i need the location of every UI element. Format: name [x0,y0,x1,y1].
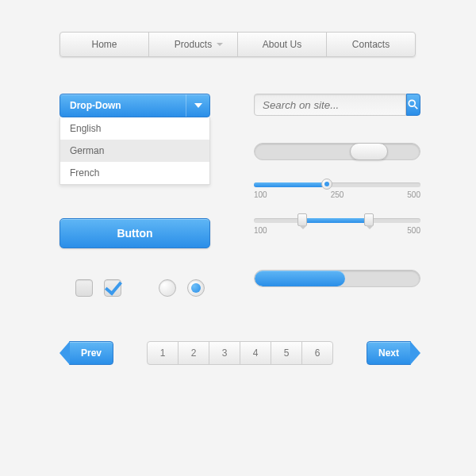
slider-labels: 100 500 [254,226,420,235]
dropdown-button[interactable]: Drop-Down [60,94,210,117]
slider-labels: 100 250 500 [254,190,420,199]
page-number[interactable]: 6 [301,341,333,365]
slider-fill [254,182,324,187]
page-number[interactable]: 2 [178,341,209,365]
radio-checked[interactable] [187,279,205,297]
top-nav: Home Products About Us Contacts [60,32,416,57]
slider-range-fill [301,218,367,223]
search-icon [408,99,419,110]
next-label: Next [378,347,399,359]
slider-range: 100 500 [254,218,420,235]
page-number[interactable]: 5 [271,341,302,365]
chevron-down-icon [217,43,223,46]
page-number[interactable]: 3 [209,341,240,365]
radio-unchecked[interactable] [159,279,176,297]
checkbox-group [75,279,121,297]
page-number[interactable]: 4 [240,341,271,365]
slider-max: 500 [407,190,420,199]
slider-track[interactable] [254,182,420,187]
nav-item-products[interactable]: Products [148,32,238,57]
slider-min: 100 [254,226,267,235]
slider-mid: 250 [331,190,344,199]
slider-max: 500 [407,226,420,235]
dropdown-option[interactable]: English [60,117,209,140]
dropdown-option[interactable]: German [60,140,209,162]
nav-item-home[interactable]: Home [60,32,149,57]
nav-label: Products [175,39,212,50]
nav-label: Contacts [352,39,390,50]
prev-button[interactable]: Prev [69,341,113,365]
primary-button[interactable]: Button [60,218,210,248]
button-label: Button [117,227,152,240]
slider-knob[interactable] [321,178,332,190]
pagination: Prev 1 2 3 4 5 6 Next [60,341,420,365]
slider-single: 100 250 500 [254,182,420,199]
dropdown: Drop-Down English German French [60,94,210,185]
next-button[interactable]: Next [367,341,411,365]
svg-line-1 [415,106,418,109]
slider-min: 100 [254,190,267,199]
dropdown-option[interactable]: French [60,162,209,184]
toggle-knob[interactable] [350,143,388,160]
dropdown-label: Drop-Down [70,100,121,111]
nav-label: About Us [263,39,301,50]
search-box [254,94,420,116]
search-input[interactable] [254,94,406,116]
page-list: 1 2 3 4 5 6 [147,341,333,365]
checkbox-unchecked[interactable] [75,279,93,297]
nav-item-contacts[interactable]: Contacts [326,32,416,57]
search-button[interactable] [406,94,420,116]
progress-fill [255,271,345,286]
nav-label: Home [91,39,117,50]
progress-bar [254,270,420,287]
toggle-switch[interactable] [254,143,420,160]
slider-knob-from[interactable] [298,213,307,226]
nav-item-about[interactable]: About Us [237,32,327,57]
dropdown-list: English German French [60,117,210,185]
slider-track[interactable] [254,218,420,223]
slider-knob-to[interactable] [364,213,374,226]
checkbox-checked[interactable] [104,279,121,297]
radio-group [159,279,205,297]
chevron-down-icon [186,94,209,117]
prev-label: Prev [81,347,102,359]
page-number[interactable]: 1 [147,341,178,365]
svg-point-0 [409,100,415,106]
